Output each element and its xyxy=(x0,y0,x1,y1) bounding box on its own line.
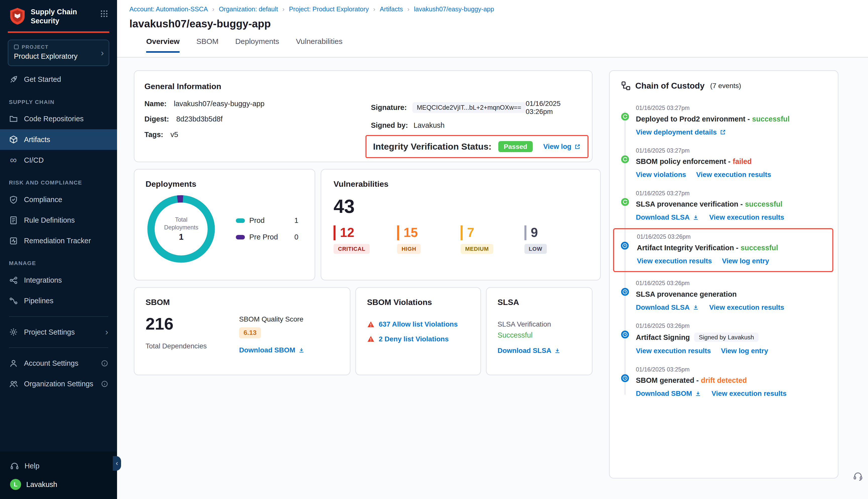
app-root: Supply Chain Security PROJECT Product Ex… xyxy=(0,0,868,499)
sidebar-item-artifacts[interactable]: Artifacts xyxy=(0,129,117,150)
slsa-card: SLSA SLSA Verification Successful Downlo… xyxy=(486,287,592,375)
topbar: Account: Automation-SSCA › Organization:… xyxy=(117,0,868,58)
avatar: L xyxy=(10,479,21,490)
sbom-violations-card: SBOM Violations 637 Allow list Violation… xyxy=(355,287,481,375)
signature-date: 01/16/2025 03:26pm xyxy=(526,100,582,116)
vulnerabilities-card: Vulnerabilities 43 12 CRITICAL 15 HIGH xyxy=(321,169,601,280)
breadcrumb-current[interactable]: lavakush07/easy-buggy-app xyxy=(414,5,494,13)
donut-total-value: 1 xyxy=(179,232,184,242)
general-information-card: General Information Name:lavakush07/easy… xyxy=(134,70,592,162)
warning-icon xyxy=(367,335,375,343)
legend-item-prod: Prod 1 xyxy=(236,216,298,224)
sidebar-item-project-settings[interactable]: Project Settings › xyxy=(0,322,117,342)
chain-of-custody-card: Chain of Custody (7 events) 01/16/2025 0… xyxy=(609,70,839,478)
breadcrumb-artifacts[interactable]: Artifacts xyxy=(380,5,403,13)
breadcrumb-organization[interactable]: Organization: default xyxy=(219,5,278,13)
download-icon xyxy=(692,214,699,221)
warning-icon xyxy=(367,320,375,328)
clock-event-icon xyxy=(621,330,629,339)
tab-deployments[interactable]: Deployments xyxy=(235,37,279,53)
sidebar-item-pipelines[interactable]: Pipelines xyxy=(0,291,117,311)
vulnerabilities-total: 43 xyxy=(334,196,588,217)
module-grid-icon[interactable] xyxy=(100,10,108,20)
view-execution-results-link[interactable]: View execution results xyxy=(709,214,784,221)
severity-high: 15 HIGH xyxy=(397,226,434,254)
download-icon xyxy=(692,304,699,311)
sbom-quality-score: 6.13 xyxy=(239,327,261,338)
sidebar-item-rule-definitions[interactable]: Rule Definitions xyxy=(0,210,117,230)
view-execution-results-link[interactable]: View execution results xyxy=(712,390,787,398)
divider xyxy=(9,348,108,348)
breadcrumb-project[interactable]: Project: Product Exploratory xyxy=(289,5,369,13)
signed-by-badge: Signed by Lavakush xyxy=(694,332,758,342)
prod-swatch xyxy=(236,218,245,223)
user-menu[interactable]: L Lavakush xyxy=(0,474,117,490)
left-column: General Information Name:lavakush07/easy… xyxy=(134,70,592,499)
view-violations-link[interactable]: View violations xyxy=(636,171,686,179)
download-slsa-link[interactable]: Download SLSA xyxy=(636,303,699,312)
download-slsa-link[interactable]: Download SLSA xyxy=(636,214,699,221)
project-name: Product Exploratory xyxy=(14,52,103,61)
severity-critical: 12 CRITICAL xyxy=(334,226,371,254)
tab-vulnerabilities[interactable]: Vulnerabilities xyxy=(296,37,342,53)
info-icon xyxy=(101,360,108,367)
breadcrumb-account[interactable]: Account: Automation-SSCA xyxy=(129,5,208,13)
status-successful: successful xyxy=(745,200,782,208)
help-button[interactable]: Help xyxy=(0,458,117,474)
tags-label: Tags: xyxy=(144,131,163,139)
download-sbom-link[interactable]: Download SBOM xyxy=(239,346,305,354)
download-slsa-link[interactable]: Download SLSA xyxy=(497,346,561,355)
view-log-entry-link[interactable]: View log entry xyxy=(722,257,769,265)
app-title: Supply Chain Security xyxy=(31,7,82,25)
view-execution-results-link[interactable]: View execution results xyxy=(637,257,712,265)
tracker-icon xyxy=(9,236,18,245)
signed-by-value: Lavakush xyxy=(414,121,445,130)
annotation-highlight-integrity: Integrity Verification Status: Passed Vi… xyxy=(365,135,589,158)
sidebar-item-compliance[interactable]: Compliance xyxy=(0,189,117,210)
deployments-donut-chart: Total Deployments 1 xyxy=(145,193,217,265)
deny-list-violations-link[interactable]: 2 Deny list Violations xyxy=(379,335,449,343)
download-sbom-link[interactable]: Download SBOM xyxy=(636,390,701,398)
user-icon xyxy=(9,359,18,368)
user-name: Lavakush xyxy=(26,480,57,489)
gear-icon xyxy=(9,328,18,337)
donut-center-label: Total Deployments xyxy=(161,216,202,231)
timeline-event-slsa-generation: 01/16/2025 03:26pm SLSA provenance gener… xyxy=(621,280,827,311)
card-title: SLSA xyxy=(497,298,581,307)
slsa-status-successful: Successful xyxy=(497,331,581,339)
artifact-digest: 8d23bd3b5d8f xyxy=(176,115,223,123)
repository-icon xyxy=(9,114,18,123)
view-execution-results-link[interactable]: View execution results xyxy=(696,171,771,179)
sidebar-item-cicd[interactable]: ∞ CI/CD xyxy=(0,150,117,170)
integrations-icon xyxy=(9,276,18,285)
sidebar-item-get-started[interactable]: Get Started xyxy=(0,69,117,90)
view-execution-results-link[interactable]: View execution results xyxy=(709,303,784,312)
tab-sbom[interactable]: SBOM xyxy=(196,37,218,53)
status-successful: successful xyxy=(752,115,789,123)
card-title: SBOM Violations xyxy=(367,298,469,307)
integrity-status-label: Integrity Verification Status: xyxy=(373,142,492,152)
allow-list-violations-link[interactable]: 637 Allow list Violations xyxy=(379,320,458,328)
sidebar-item-integrations[interactable]: Integrations xyxy=(0,270,117,291)
signature-value-chip: MEQCICde2VjIT...bL+2+mqnOXw== xyxy=(412,102,526,113)
sidebar-item-code-repositories[interactable]: Code Repositories xyxy=(0,109,117,129)
slsa-verification-label: SLSA Verification xyxy=(497,320,581,328)
sidebar-collapse-handle[interactable]: ‹ xyxy=(113,456,121,471)
project-selector[interactable]: PROJECT Product Exploratory › xyxy=(8,40,109,66)
card-title: SBOM xyxy=(145,298,339,307)
allow-list-violations-row: 637 Allow list Violations xyxy=(367,320,469,328)
download-icon xyxy=(554,348,561,354)
view-log-link[interactable]: View log xyxy=(543,143,581,150)
sidebar-item-remediation-tracker[interactable]: Remediation Tracker xyxy=(0,231,117,251)
event-timeline: 01/16/2025 03:27pm Deployed to Prod2 env… xyxy=(621,105,827,398)
external-link-icon xyxy=(574,143,581,150)
sidebar-item-account-settings[interactable]: Account Settings xyxy=(0,353,117,374)
nav-section-manage: MANAGE xyxy=(0,251,117,270)
breadcrumb-separator: › xyxy=(212,6,214,13)
support-headset-icon[interactable] xyxy=(853,471,863,484)
view-execution-results-link[interactable]: View execution results xyxy=(636,347,711,355)
tab-overview[interactable]: Overview xyxy=(146,37,180,53)
sidebar-item-organization-settings[interactable]: Organization Settings xyxy=(0,374,117,394)
view-log-entry-link[interactable]: View log entry xyxy=(721,347,768,355)
view-deployment-details-link[interactable]: View deployment details xyxy=(636,128,726,136)
